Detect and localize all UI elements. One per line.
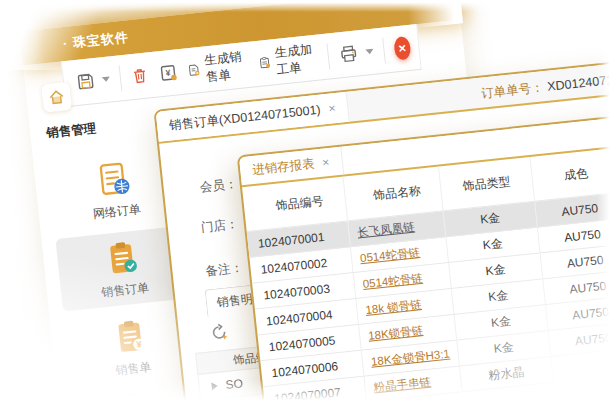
tab-close-icon[interactable]: ×	[328, 101, 336, 116]
screenshot-stage: · 珠宝软件 ¥ 生成销售单	[0, 0, 611, 404]
delete-button[interactable]	[130, 65, 150, 86]
tab-label: 进销存报表	[251, 155, 315, 178]
generate-sales-button[interactable]: 生成销售单	[186, 48, 250, 88]
item-name-link[interactable]: 粉晶手串链	[373, 375, 432, 396]
sidebar-item-label: 销售单	[115, 359, 153, 380]
order-number-value: XD01240715001	[547, 70, 611, 94]
item-name-link[interactable]: 长飞凤凰链	[357, 219, 416, 240]
generate-process-label: 生成加工单	[274, 40, 320, 78]
document-plus-icon	[186, 60, 201, 80]
network-order-icon	[93, 159, 135, 201]
print-dropdown-caret[interactable]	[365, 49, 373, 55]
app-title: · 珠宝软件	[62, 28, 129, 53]
sidebar-item-label: 销售订单	[100, 280, 150, 302]
save-dropdown-caret[interactable]	[102, 76, 110, 82]
refresh-button[interactable]	[208, 321, 232, 345]
tilted-composition: · 珠宝软件 ¥ 生成销售单	[0, 0, 611, 404]
generate-process-button[interactable]: 生成加工单	[256, 40, 320, 80]
store-field-label: 门店：	[200, 216, 239, 237]
svg-text:¥: ¥	[165, 67, 171, 77]
detail-row-text: SO	[225, 376, 244, 392]
toolbar-separator	[119, 65, 122, 91]
window-close-button[interactable]: ×	[393, 36, 412, 61]
trash-icon	[130, 65, 150, 86]
item-name-link[interactable]: 18k 锁骨链	[365, 297, 423, 318]
clipboard-icon	[257, 53, 272, 73]
toolbar-separator	[327, 43, 330, 69]
report-table: 饰品编号 饰品名称 饰品类型 成色 1024070001 长飞凤凰链 K金 AU…	[242, 143, 611, 404]
printer-icon	[338, 43, 360, 64]
print-button[interactable]	[338, 42, 375, 65]
tab-close-icon[interactable]: ×	[322, 155, 330, 170]
sales-slip-icon: ¥	[109, 316, 151, 358]
yen-document-icon: ¥	[157, 62, 178, 83]
sidebar-item-label: 网络订单	[92, 201, 142, 223]
order-number-label: 订单单号：	[480, 79, 544, 102]
item-name-link[interactable]: 18K锁骨链	[368, 323, 424, 344]
row-expander-icon[interactable]	[211, 381, 218, 390]
column-header-purity[interactable]: 成色	[530, 148, 611, 201]
generate-sales-label: 生成销售单	[203, 48, 249, 86]
sales-order-icon	[101, 237, 143, 279]
toolbar-separator	[382, 37, 385, 63]
item-name-link[interactable]: 0514蛇骨链	[362, 271, 423, 292]
refresh-icon	[208, 321, 230, 343]
home-icon	[47, 87, 67, 107]
save-icon	[75, 71, 96, 92]
item-name-link[interactable]: 0514蛇骨链	[359, 245, 420, 266]
save-button[interactable]	[75, 69, 111, 91]
inventory-report-window: 进销存报表 × 饰品编号 饰品名称 饰品类型 成色 1024070001 长飞凤…	[237, 111, 611, 404]
member-field-label: 会员：	[199, 176, 238, 197]
note-field-label: 备注：	[205, 260, 244, 281]
receipt-button[interactable]: ¥	[157, 62, 178, 83]
item-name-link[interactable]: 18K金锁骨H3:1	[370, 346, 450, 369]
